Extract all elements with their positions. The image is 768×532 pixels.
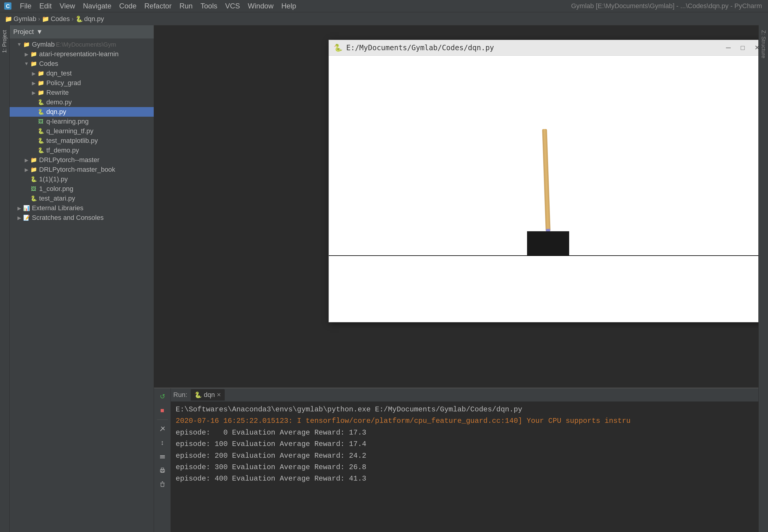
extlibs-icon: 📊 (23, 204, 30, 212)
tree-item-demo-py[interactable]: ▶ 🐍 demo.py (10, 97, 154, 107)
tree-arrow-atari: ▶ (24, 52, 29, 57)
run-expand-button[interactable] (156, 451, 168, 463)
python-icon-tfdemo: 🐍 (37, 147, 45, 154)
sidebar-tab-structure[interactable]: Z: Structure (759, 28, 768, 61)
svg-rect-4 (160, 455, 165, 456)
run-rerun-button[interactable]: ↺ (156, 391, 168, 403)
tree-item-codes[interactable]: ▼ 📁 Codes (10, 59, 154, 69)
window-title: Gymlab [E:\MyDocuments\Gymlab] - ...\Cod… (571, 2, 762, 10)
popup-title-text: E:/MyDocuments/Gymlab/Codes/dqn.py (346, 44, 719, 52)
project-panel: Project ▼ ▼ 📁 Gymlab E:\MyDocuments\Gym … (10, 25, 154, 532)
breadcrumb-sep-2: › (72, 15, 74, 22)
popup-minimize-button[interactable]: ─ (723, 42, 734, 53)
tree-item-qlearning-png[interactable]: ▶ 🖼 q-learning.png (10, 117, 154, 126)
run-delete-button[interactable] (156, 478, 168, 490)
tree-item-atari[interactable]: ▶ 📁 atari-representation-learnin (10, 49, 154, 59)
python-icon-matplot: 🐍 (37, 137, 45, 144)
run-tab-close[interactable]: ✕ (217, 392, 221, 398)
menu-file[interactable]: File (16, 1, 35, 11)
python-icon-dqn: 🐍 (37, 108, 45, 115)
folder-icon-drl2: 📁 (30, 166, 37, 173)
menu-view[interactable]: View (56, 1, 79, 11)
tree-arrow-policy-grad: ▶ (31, 81, 36, 85)
breadcrumb-codes[interactable]: Codes (51, 15, 70, 23)
run-command-line: E:\Softwares\Anaconda3\envs\gymlab\pytho… (176, 404, 754, 415)
svg-text:C: C (6, 3, 10, 9)
folder-icon-policy-grad: 📁 (37, 79, 45, 87)
folder-icon-codes: 📁 (30, 60, 37, 67)
tree-label-dqn: dqn.py (46, 108, 66, 116)
breadcrumb-file[interactable]: dqn.py (84, 15, 104, 23)
run-scroll-button[interactable]: ↕ (156, 437, 168, 449)
tree-arrow-dqn-test: ▶ (31, 71, 36, 76)
run-stop-button[interactable]: ■ (156, 404, 168, 417)
breadcrumb-sep-1: › (38, 15, 40, 22)
tree-item-1color[interactable]: ▶ 🖼 1_color.png (10, 184, 154, 194)
popup-close-button[interactable]: ✕ (752, 42, 758, 53)
tree-arrow-codes: ▼ (24, 61, 29, 66)
breadcrumb-gymlab[interactable]: Gymlab (14, 15, 36, 23)
tree-label-policy-grad: Policy_grad (46, 79, 81, 87)
popup-window: 🐍 E:/MyDocuments/Gymlab/Codes/dqn.py ─ □… (328, 40, 758, 322)
folder-icon-drl1: 📁 (30, 156, 37, 164)
run-tab-label: dqn (204, 391, 215, 399)
run-output-3: episode: 300 Evaluation Average Reward: … (176, 462, 754, 473)
run-pin-button[interactable] (156, 423, 168, 435)
tree-item-testatari[interactable]: ▶ 🐍 test_atari.py (10, 194, 154, 203)
run-print-button[interactable] (156, 464, 168, 476)
python-icon-demo: 🐍 (37, 99, 45, 106)
tree-arrow-drl2: ▶ (24, 167, 29, 172)
menu-refactor[interactable]: Refactor (141, 1, 175, 11)
cartpole-canvas (329, 56, 758, 322)
run-output-1: episode: 100 Evaluation Average Reward: … (176, 438, 754, 450)
tree-path-gymlab: E:\MyDocuments\Gym (56, 41, 116, 48)
tree-item-policy-grad[interactable]: ▶ 📁 Policy_grad (10, 78, 154, 88)
tree-item-dqn-py[interactable]: ▶ 🐍 dqn.py (10, 107, 154, 117)
project-panel-header: Project ▼ (10, 25, 154, 38)
menu-vcs[interactable]: VCS (222, 1, 244, 11)
tree-item-dqn-test[interactable]: ▶ 📁 dqn_test (10, 69, 154, 78)
tree-item-extlibs[interactable]: ▶ 📊 External Libraries (10, 203, 154, 213)
menu-tools[interactable]: Tools (197, 1, 221, 11)
menu-code[interactable]: Code (116, 1, 140, 11)
tree-arrow-scratches: ▶ (17, 215, 22, 220)
tree-item-testmatplotlib[interactable]: ▶ 🐍 test_matplotlib.py (10, 136, 154, 146)
menu-navigate[interactable]: Navigate (79, 1, 115, 11)
editor-area[interactable]: 值是随机不断变小的 ape[0] ializer()) 🐍 E:/MyDocum… (154, 25, 758, 388)
tree-label-atari: atari-representation-learnin (39, 50, 119, 58)
run-output-4: episode: 400 Evaluation Average Reward: … (176, 473, 754, 484)
tree-item-drl1[interactable]: ▶ 📁 DRLPytorch--master (10, 155, 154, 165)
menu-edit[interactable]: Edit (36, 1, 55, 11)
svg-rect-6 (160, 458, 165, 458)
tree-item-tfdemo[interactable]: ▶ 🐍 tf_demo.py (10, 146, 154, 155)
tree-item-gymlab[interactable]: ▼ 📁 Gymlab E:\MyDocuments\Gym (10, 40, 154, 49)
menu-help[interactable]: Help (278, 1, 300, 11)
tree-arrow-gymlab: ▼ (17, 42, 22, 47)
project-dropdown-arrow[interactable]: ▼ (36, 28, 43, 36)
tree-item-scratches[interactable]: ▶ 📝 Scratches and Consoles (10, 213, 154, 223)
tree-label-111py: 1(1)(1).py (39, 175, 68, 183)
tree-label-scratches: Scratches and Consoles (32, 214, 103, 222)
right-panel: 值是随机不断变小的 ape[0] ializer()) 🐍 E:/MyDocum… (154, 25, 758, 532)
menu-window[interactable]: Window (244, 1, 277, 11)
tree-item-rewrite[interactable]: ▶ 📁 Rewrite (10, 88, 154, 97)
cartpole-pole-container (542, 129, 551, 231)
scratches-icon: 📝 (23, 214, 30, 221)
tree-item-drl2[interactable]: ▶ 📁 DRLPytorch-master_book (10, 165, 154, 174)
tree-label-qtf: q_learning_tf.py (46, 127, 94, 135)
folder-icon-atari: 📁 (30, 51, 37, 58)
menu-run[interactable]: Run (176, 1, 196, 11)
run-output-0: episode: 0 Evaluation Average Reward: 17… (176, 427, 754, 438)
app-logo: C (2, 1, 13, 11)
cartpole-ground (329, 255, 758, 256)
run-left-toolbar: ↺ ■ ↕ (154, 388, 171, 532)
tree-label-rewrite: Rewrite (46, 89, 69, 97)
tree-label-testatari: test_atari.py (39, 195, 75, 202)
sidebar-tab-project[interactable]: 1: Project (0, 28, 9, 55)
tree-item-111py[interactable]: ▶ 🐍 1(1)(1).py (10, 174, 154, 184)
tree-item-qlearning-tf[interactable]: ▶ 🐍 q_learning_tf.py (10, 126, 154, 136)
right-sidebar-strip: Z: Structure (758, 25, 768, 532)
popup-maximize-button[interactable]: □ (737, 42, 748, 53)
run-tab-dqn[interactable]: 🐍 dqn ✕ (191, 389, 225, 401)
left-sidebar-strip: 1: Project (0, 25, 10, 532)
